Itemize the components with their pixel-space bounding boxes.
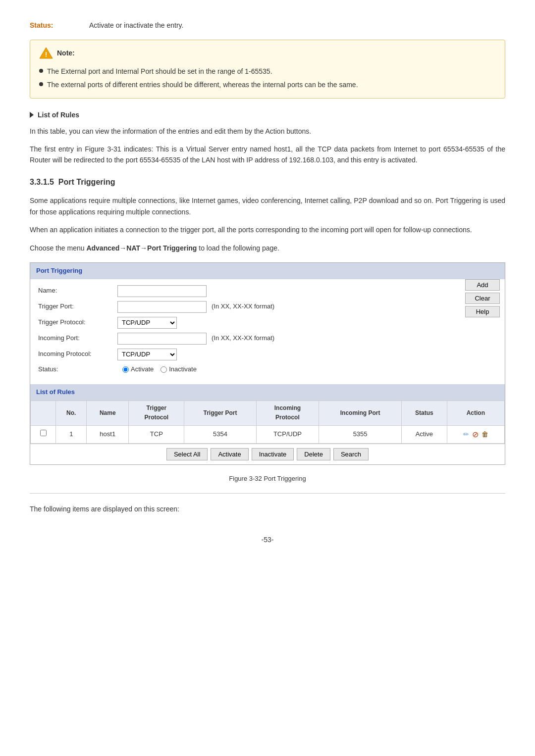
activate-button[interactable]: Activate [211,448,248,460]
col-header-trigger-port: Trigger Port [184,401,256,425]
table-row: 1 host1 TCP 5354 TCP/UDP 5355 Active ✏ ⊘… [31,425,505,444]
trigger-protocol-row: Trigger Protocol: TCP/UDP TCP UDP [38,317,497,329]
note-item-2: The external ports of different entries … [39,79,496,90]
trigger-protocol-select[interactable]: TCP/UDP TCP UDP [117,317,177,329]
status-description: Activate or inactivate the entry. [89,20,183,31]
trigger-port-hint: (In XX, XX-XX format) [212,302,274,312]
name-label: Name: [38,286,117,296]
incoming-port-row: Incoming Port: (In XX, XX-XX format) [38,333,497,345]
page-number: -53- [30,534,505,545]
disable-icon[interactable]: ⊘ [472,428,479,441]
inactivate-button[interactable]: Inactivate [252,448,294,460]
row-incoming-protocol: TCP/UDP [256,425,319,444]
row-incoming-port: 5355 [319,425,402,444]
section-title: Port Triggering [58,178,115,186]
incoming-protocol-select[interactable]: TCP/UDP TCP UDP [117,349,177,360]
trigger-port-row: Trigger Port: (In XX, XX-XX format) [38,301,497,313]
row-trigger-protocol: TCP [129,425,184,444]
name-input[interactable] [117,285,207,297]
status-field-row: Status: Activate Inactivate [38,364,497,375]
table-header-row: No. Name TriggerProtocol Trigger Port In… [31,401,505,425]
col-header-status: Status [402,401,447,425]
status-label: Status: [30,20,89,31]
incoming-port-label: Incoming Port: [38,333,117,344]
menu-path: Choose the menu Advanced→NAT→Port Trigge… [30,243,505,253]
list-of-rules-title: List of Rules [38,109,79,120]
incoming-port-hint: (In XX, XX-XX format) [212,333,274,344]
trigger-protocol-label: Trigger Protocol: [38,317,117,328]
col-header-no [31,401,56,425]
row-trigger-port: 5354 [184,425,256,444]
row-name: host1 [87,425,129,444]
incoming-port-input[interactable] [117,333,207,345]
note-item-1: The External port and Internal Port shou… [39,66,496,77]
col-header-action: Action [447,401,504,425]
edit-icon[interactable]: ✏ [463,429,469,440]
select-all-button[interactable]: Select All [166,448,208,460]
section-heading: 3.3.1.5 Port Triggering [30,176,505,189]
status-radio-group: Activate Inactivate [122,364,197,375]
chevron-right-icon [30,112,34,118]
bullet-1 [39,69,43,73]
bullet-2 [39,82,43,86]
incoming-protocol-row: Incoming Protocol: TCP/UDP TCP UDP [38,349,497,360]
status-row: Status: Activate or inactivate the entry… [30,20,505,31]
trigger-port-label: Trigger Port: [38,302,117,312]
action-icons: ✏ ⊘ 🗑 [451,428,500,441]
lor-header: List of Rules [30,384,505,401]
list-of-rules-desc: In this table, you can view the informat… [30,126,505,137]
delete-button[interactable]: Delete [297,448,330,460]
col-header-name: Name [87,401,129,425]
row-checkbox[interactable] [40,430,47,436]
first-entry-desc: The first entry in Figure 3-31 indicates… [30,144,505,166]
svg-text:!: ! [45,50,48,58]
row-action: ✏ ⊘ 🗑 [447,425,504,444]
incoming-protocol-label: Incoming Protocol: [38,349,117,359]
warning-icon: ! [39,46,53,60]
divider [30,493,505,494]
port-triggering-box: Port Triggering Add Clear Help Name: Tri… [30,262,505,465]
col-header-incoming-protocol: IncomingProtocol [256,401,319,425]
para1: Some applications require multiple conne… [30,195,505,217]
status-field-label: Status: [38,364,117,375]
activate-label: Activate [131,364,154,375]
figure-caption: Figure 3-32 Port Triggering [30,474,505,484]
note-list: The External port and Internal Port shou… [39,66,496,92]
note-title: Note: [57,48,75,58]
note-header: ! Note: [39,46,496,60]
row-checkbox-cell[interactable] [31,425,56,444]
pt-form: Add Clear Help Name: Trigger Port: (In X… [30,279,505,385]
delete-icon[interactable]: 🗑 [482,429,488,440]
rules-table: No. Name TriggerProtocol Trigger Port In… [30,401,505,444]
note-item-2-text: The external ports of different entries … [47,79,358,90]
search-button[interactable]: Search [333,448,369,460]
section-number: 3.3.1.5 [30,178,54,186]
row-status: Active [402,425,447,444]
note-item-1-text: The External port and Internal Port shou… [47,66,272,77]
list-of-rules-heading: List of Rules [30,109,505,120]
following-items-text: The following items are displayed on thi… [30,504,505,514]
col-header-no2: No. [56,401,87,425]
inactivate-label: Inactivate [169,364,197,375]
col-header-incoming-port: Incoming Port [319,401,402,425]
note-box: ! Note: The External port and Internal P… [30,40,505,99]
activate-radio-option[interactable]: Activate [122,364,154,375]
col-header-trigger-protocol: TriggerProtocol [129,401,184,425]
trigger-port-input[interactable] [117,301,207,313]
bottom-buttons: Select All Activate Inactivate Delete Se… [30,444,505,464]
name-row: Name: [38,285,497,297]
inactivate-radio-option[interactable]: Inactivate [160,364,197,375]
pt-box-header: Port Triggering [30,263,505,279]
row-no: 1 [56,425,87,444]
para2: When an application initiates a connecti… [30,224,505,235]
activate-radio[interactable] [122,366,129,373]
inactivate-radio[interactable] [160,366,167,373]
